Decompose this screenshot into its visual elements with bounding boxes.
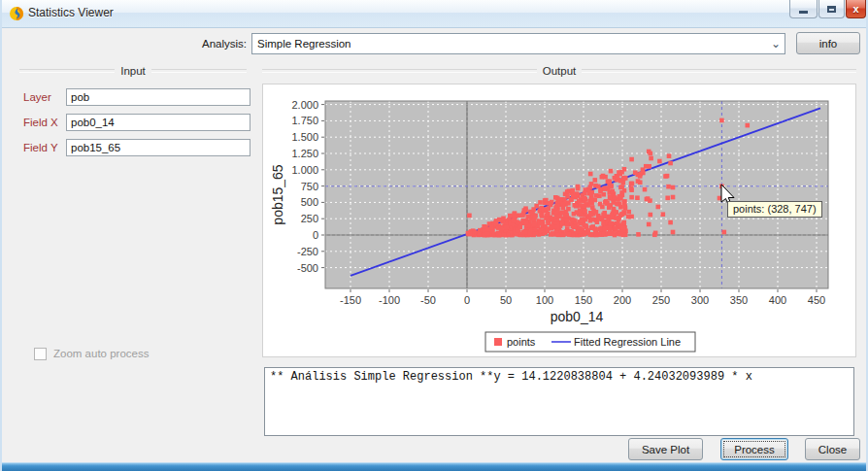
layer-field[interactable]	[66, 88, 250, 106]
svg-text:750: 750	[301, 181, 318, 192]
svg-text:1.000: 1.000	[291, 164, 318, 176]
titlebar-close-button[interactable]: x	[846, 0, 866, 18]
chart-canvas[interactable]: -150-100-500501001502002503003504004502.…	[263, 84, 855, 356]
svg-text:pob15_65: pob15_65	[270, 164, 285, 225]
divider	[19, 69, 115, 73]
svg-text:-100: -100	[379, 294, 400, 306]
svg-text:-500: -500	[297, 262, 318, 274]
analysis-label: Analysis:	[138, 38, 247, 50]
svg-text:1.500: 1.500	[291, 131, 318, 143]
field-y-field[interactable]	[66, 139, 250, 156]
svg-text:1.750: 1.750	[291, 115, 318, 126]
svg-text:pob0_14: pob0_14	[551, 309, 604, 324]
svg-text:-150: -150	[340, 294, 361, 306]
maximize-icon	[827, 6, 836, 13]
console-output-panel[interactable]: ** Análisis Simple Regression **y = 14.1…	[264, 367, 854, 436]
svg-text:0: 0	[313, 229, 318, 241]
svg-text:250: 250	[301, 213, 318, 224]
maximize-button[interactable]	[818, 0, 845, 18]
process-button[interactable]: Process	[720, 438, 788, 460]
window-bottom-border	[2, 462, 866, 471]
svg-text:200: 200	[614, 294, 631, 306]
layer-label: Layer	[23, 91, 51, 103]
svg-text:points: points	[507, 336, 536, 348]
minimize-icon	[799, 11, 808, 14]
svg-text:Fitted Regression Line: Fitted Regression Line	[574, 336, 681, 348]
chart-panel: -150-100-500501001502002503003504004502.…	[262, 84, 856, 357]
chevron-down-icon: ⌄	[771, 37, 781, 50]
divider	[151, 69, 247, 73]
svg-text:-250: -250	[297, 246, 318, 257]
titlebar: Statistics Viewer x	[2, 0, 866, 28]
save-plot-button[interactable]: Save Plot	[628, 438, 703, 460]
svg-text:500: 500	[301, 196, 318, 208]
svg-text:50: 50	[500, 294, 512, 306]
svg-text:-50: -50	[420, 294, 436, 306]
chart-tooltip: points: (328, 747)	[727, 201, 822, 218]
svg-text:1.250: 1.250	[291, 148, 318, 159]
divider	[582, 69, 856, 73]
svg-text:100: 100	[536, 294, 553, 306]
zoom-auto-process-label: Zoom auto process	[53, 348, 149, 359]
analysis-dropdown[interactable]: Simple Regression ⌄	[251, 33, 785, 54]
svg-text:350: 350	[730, 294, 748, 306]
svg-text:300: 300	[691, 294, 709, 306]
close-button[interactable]: Close	[805, 438, 860, 460]
input-section-title: Input	[120, 65, 146, 77]
info-button[interactable]: info	[796, 32, 860, 54]
input-section-header: Input	[19, 64, 247, 78]
svg-text:450: 450	[808, 294, 825, 306]
statistics-viewer-window: Statistics Viewer x Analysis: Simple Reg…	[0, 0, 868, 471]
minimize-button[interactable]	[789, 0, 818, 18]
window-title: Statistics Viewer	[28, 6, 114, 19]
close-icon: x	[852, 4, 858, 15]
svg-text:0: 0	[464, 294, 470, 306]
divider	[262, 69, 537, 73]
svg-text:400: 400	[769, 294, 786, 306]
field-y-label: Field Y	[23, 142, 58, 153]
output-section-header: Output	[262, 64, 856, 78]
svg-text:150: 150	[575, 294, 592, 306]
output-section-title: Output	[543, 65, 577, 77]
field-x-label: Field X	[23, 117, 58, 128]
svg-text:2.000: 2.000	[291, 99, 318, 111]
zoom-auto-process-checkbox[interactable]	[34, 348, 47, 360]
console-output-text: ** Análisis Simple Regression **y = 14.1…	[270, 370, 849, 384]
app-icon	[9, 6, 24, 21]
field-x-field[interactable]	[66, 114, 250, 131]
svg-text:250: 250	[652, 294, 670, 306]
analysis-selected-value: Simple Regression	[257, 38, 351, 50]
